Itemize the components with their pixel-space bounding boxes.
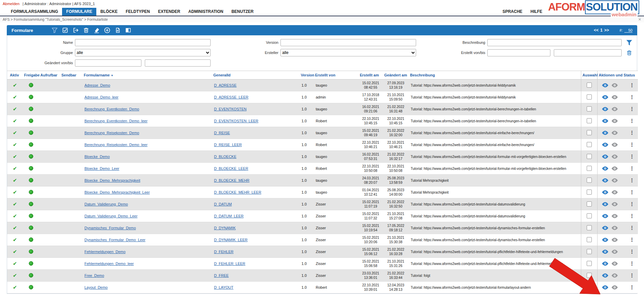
preview-eye-icon[interactable]	[611, 214, 618, 218]
view-eye-icon[interactable]	[602, 285, 609, 290]
view-eye-icon[interactable]	[602, 190, 609, 195]
row-select-checkbox[interactable]	[587, 83, 592, 88]
gruppe-filter-select[interactable]: alle	[75, 49, 211, 56]
view-eye-icon[interactable]	[602, 130, 609, 135]
row-menu-icon[interactable]: ⋮	[629, 201, 635, 207]
row-menu-icon[interactable]: ⋮	[629, 237, 635, 243]
view-eye-icon[interactable]	[602, 249, 609, 254]
form-name-link[interactable]: Bloecke_Demo	[84, 155, 110, 159]
view-eye-icon[interactable]	[602, 202, 609, 207]
preview-eye-icon[interactable]	[611, 249, 618, 254]
general-id-link[interactable]: D_DYNAMIK	[214, 226, 236, 230]
form-name-link[interactable]: Free_Demo	[84, 273, 104, 278]
form-name-link[interactable]: Dynamisches_Formular_Demo	[84, 226, 136, 230]
general-id-link[interactable]: D_EVENTKOSTEN	[214, 107, 247, 111]
general-id-link[interactable]: D_BLOECKE_LEER	[214, 166, 248, 171]
geaendert-bis-input[interactable]	[145, 59, 211, 67]
version-filter-input[interactable]	[280, 39, 416, 46]
header-version[interactable]: Version	[299, 71, 314, 79]
preview-eye-icon[interactable]	[611, 190, 618, 195]
header-generalid[interactable]: GeneralId	[212, 71, 299, 79]
general-id-link[interactable]: D_BLOECKE_MEHR	[214, 178, 250, 182]
general-id-link[interactable]: D_LAYOUT	[214, 285, 233, 289]
preview-eye-icon[interactable]	[611, 273, 618, 278]
row-select-checkbox[interactable]	[587, 178, 592, 183]
preview-eye-icon[interactable]	[611, 226, 618, 230]
preview-eye-icon[interactable]	[611, 130, 618, 135]
nav-benutzer[interactable]: BENUTZER	[227, 8, 257, 16]
row-menu-icon[interactable]: ⋮	[629, 189, 635, 195]
preview-eye-icon[interactable]	[611, 95, 618, 100]
header-auswahl[interactable]: Auswahl	[581, 71, 597, 79]
view-eye-icon[interactable]	[602, 107, 609, 111]
row-select-checkbox[interactable]	[587, 285, 592, 290]
header-erstellt-von[interactable]: Erstellt von	[314, 71, 358, 79]
preview-eye-icon[interactable]	[611, 237, 618, 242]
header-aktionen[interactable]: Aktionen und Status	[597, 71, 638, 79]
general-id-link[interactable]: D_DYNAMIK_LEER	[214, 238, 248, 242]
form-name-link[interactable]: Berechnung_Reisekosten_Demo_leer	[84, 143, 148, 147]
erstellt-von-input[interactable]	[487, 49, 550, 56]
header-formularname[interactable]: Formularname▼	[82, 71, 212, 79]
apply-filter-icon[interactable]	[622, 39, 637, 46]
view-eye-icon[interactable]	[602, 83, 609, 88]
general-id-link[interactable]: D_REISE_LEER	[214, 143, 242, 147]
header-beschreibung[interactable]: Beschreibung	[409, 71, 581, 79]
nav-feldtypen[interactable]: FELDTYPEN	[122, 8, 154, 16]
row-menu-icon[interactable]: ⋮	[629, 154, 635, 160]
general-id-link[interactable]: D_REISE	[214, 131, 230, 135]
row-select-checkbox[interactable]	[587, 118, 592, 123]
row-menu-icon[interactable]: ⋮	[629, 118, 635, 124]
view-eye-icon[interactable]	[602, 261, 609, 266]
next-page-button[interactable]: >>	[604, 28, 609, 33]
form-name-link[interactable]: Fehlermeldungen_Demo	[84, 250, 125, 254]
row-select-checkbox[interactable]	[587, 213, 592, 218]
row-menu-icon[interactable]: ⋮	[629, 142, 635, 148]
row-select-checkbox[interactable]	[587, 130, 592, 135]
view-eye-icon[interactable]	[602, 95, 609, 100]
preview-eye-icon[interactable]	[611, 142, 618, 147]
row-menu-icon[interactable]: ⋮	[629, 106, 635, 112]
row-menu-icon[interactable]: ⋮	[629, 94, 635, 100]
form-name-link[interactable]: Bloecke_Demo_Mehrsprachigkeit_Leer	[84, 190, 150, 194]
add-form-icon[interactable]	[103, 26, 111, 34]
form-name-link[interactable]: Bloecke_Demo_Leer	[84, 166, 119, 171]
row-select-checkbox[interactable]	[587, 106, 592, 111]
header-freigabe[interactable]: Freigabe	[23, 71, 39, 79]
form-name-link[interactable]: Berechnung_Eventkosten_Demo_leer	[84, 119, 148, 123]
clear-filter-icon[interactable]	[622, 50, 637, 56]
row-select-checkbox[interactable]	[587, 261, 592, 266]
form-name-link[interactable]: Datum_Validierung_Demo_Leer	[84, 214, 137, 218]
row-select-checkbox[interactable]	[587, 225, 592, 230]
geaendert-von-input[interactable]	[75, 59, 141, 67]
form-name-link[interactable]: Adresse_Demo_leer	[84, 95, 118, 99]
eraser-icon[interactable]	[93, 26, 100, 34]
filter-toolbar-icon[interactable]	[51, 26, 58, 34]
preview-eye-icon[interactable]	[611, 83, 618, 88]
nav-extender[interactable]: EXTENDER	[154, 8, 184, 16]
row-select-checkbox[interactable]	[587, 154, 592, 159]
row-menu-icon[interactable]: ⋮	[629, 213, 635, 219]
view-eye-icon[interactable]	[602, 154, 609, 159]
nav-administration[interactable]: ADMINISTRATION	[184, 8, 227, 16]
view-eye-icon[interactable]	[602, 226, 609, 230]
logout-link[interactable]: Abmelden	[3, 2, 20, 6]
row-menu-icon[interactable]: ⋮	[629, 130, 635, 136]
view-eye-icon[interactable]	[602, 142, 609, 147]
select-all-icon[interactable]	[61, 26, 69, 34]
row-menu-icon[interactable]: ⋮	[629, 272, 635, 279]
row-select-checkbox[interactable]	[587, 237, 592, 242]
beschreibung-filter-input[interactable]	[487, 39, 622, 46]
general-id-link[interactable]: D_FEHLER	[214, 250, 233, 254]
name-filter-input[interactable]	[75, 39, 211, 46]
general-id-link[interactable]: D_ADRESSE_LEER	[214, 95, 249, 99]
erstellt-bis-input[interactable]	[554, 49, 622, 56]
preview-eye-icon[interactable]	[611, 166, 618, 171]
form-name-link[interactable]: Adresse_Demo	[84, 83, 110, 87]
view-eye-icon[interactable]	[602, 178, 609, 183]
row-menu-icon[interactable]: ⋮	[629, 284, 635, 290]
row-select-checkbox[interactable]	[587, 142, 592, 147]
nav-bloecke[interactable]: BLÖCKE	[96, 8, 122, 16]
preview-eye-icon[interactable]	[611, 154, 618, 159]
general-id-link[interactable]: D_FREE	[214, 273, 229, 278]
